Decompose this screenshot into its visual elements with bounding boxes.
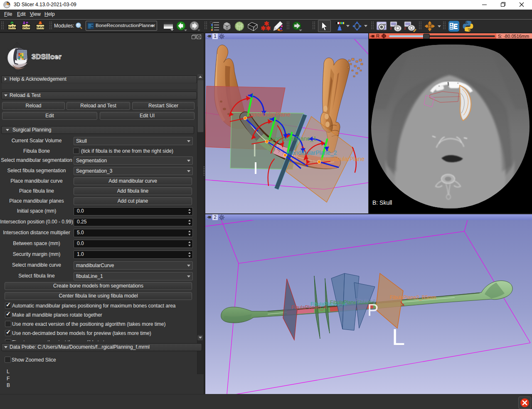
svg-text:mandibularPlane: mandibularPlane xyxy=(321,156,365,162)
svg-text:B: Skull: B: Skull xyxy=(372,199,392,206)
svg-text:P: P xyxy=(367,301,379,319)
svg-text:mandibularPlane_2: mandibularPlane_2 xyxy=(287,149,337,156)
svg-text:✱: ✱ xyxy=(266,25,271,31)
svg-text:mandibularPlane: mandibularPlane xyxy=(247,111,291,118)
svg-text:mandibularPlane_1: mandibularPlane_1 xyxy=(266,135,317,142)
svg-text:FibulaPlane2_B5mm: FibulaPlane2_B5mm xyxy=(390,295,436,300)
svg-text:DCM: DCM xyxy=(22,25,30,29)
svg-text:✱: ✱ xyxy=(261,25,266,31)
svg-text:L: L xyxy=(392,324,405,350)
svg-text:SAVE: SAVE xyxy=(36,25,45,29)
svg-text:DATA: DATA xyxy=(7,25,16,29)
